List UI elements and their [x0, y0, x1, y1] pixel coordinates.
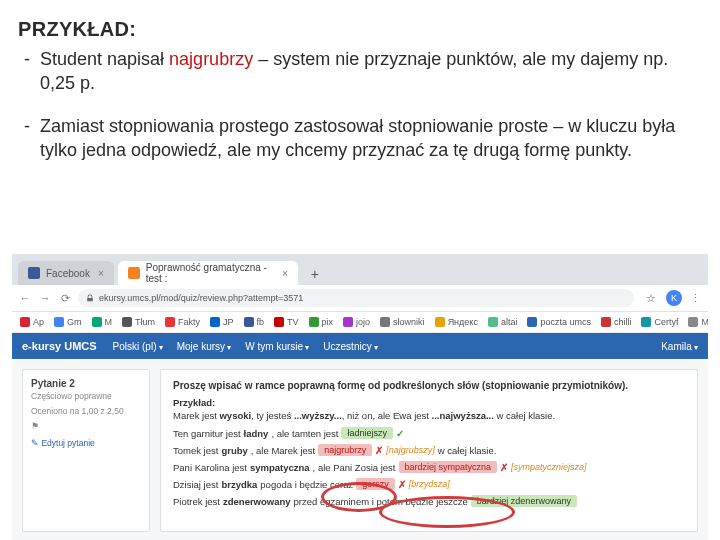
menu-icon[interactable]: ⋮ [688, 291, 702, 305]
bookmark-icon [244, 317, 254, 327]
lock-icon [86, 294, 94, 302]
bookmark-item[interactable]: altai [488, 317, 518, 328]
bookmark-icon [274, 317, 284, 327]
bookmark-icon [380, 317, 390, 327]
bookmark-item[interactable]: poczta umcs [527, 317, 591, 328]
correction-text: [brzydsza] [409, 479, 450, 489]
back-icon[interactable]: ← [18, 291, 32, 305]
cross-icon: ✗ [500, 462, 508, 473]
bookmark-item[interactable]: Tłum [122, 317, 155, 328]
example-bold: ...wyższy... [294, 410, 342, 421]
bookmark-icon [165, 317, 175, 327]
forward-icon[interactable]: → [38, 291, 52, 305]
line-text: Piotrek jest [173, 496, 220, 507]
nav-item[interactable]: W tym kursie [245, 341, 309, 352]
favicon [128, 267, 140, 279]
bookmark-star-icon[interactable]: ☆ [646, 292, 656, 305]
browser-tab[interactable]: Poprawność gramatyczna - test :× [118, 261, 298, 285]
bookmark-item[interactable]: słowniki [380, 317, 425, 328]
reload-icon[interactable]: ⟳ [58, 291, 72, 305]
bookmark-icon [601, 317, 611, 327]
bookmark-item[interactable]: Mitologia [688, 317, 708, 328]
cross-icon: ✗ [375, 445, 383, 456]
question-body: Proszę wpisać w ramce poprawną formę od … [160, 369, 698, 532]
edit-question-link[interactable]: Edytuj pytanie [31, 438, 95, 448]
nav-item[interactable]: Uczestnicy [323, 341, 378, 352]
check-icon: ✓ [396, 428, 404, 439]
example-text: , ty jesteś [251, 410, 294, 421]
site-brand[interactable]: e-kursy UMCS [22, 340, 97, 352]
bookmark-icon [641, 317, 651, 327]
example-label: Przykład: [173, 397, 685, 408]
example-text: , niż on, ale Ewa jest [342, 410, 432, 421]
answer-line: Pani Karolina jest sympatyczna, ale Pani… [173, 461, 685, 473]
tab-label: Facebook [46, 268, 90, 279]
answer-line: Ten garnitur jest ładny, ale tamten jest… [173, 427, 685, 439]
bookmark-item[interactable]: pix [309, 317, 334, 328]
example-text: Marek jest [173, 410, 219, 421]
bookmark-icon [122, 317, 132, 327]
bookmark-item[interactable]: M [92, 317, 113, 328]
browser-screenshot: Facebook×Poprawność gramatyczna - test :… [12, 254, 708, 540]
bookmark-item[interactable]: Certyf [641, 317, 678, 328]
nav-item[interactable]: Polski (pl) [113, 341, 163, 352]
highlight-word: najgrubrzy [169, 49, 253, 69]
tab-label: Poprawność gramatyczna - test : [146, 262, 274, 284]
bookmark-icon [488, 317, 498, 327]
browser-tab[interactable]: Facebook× [18, 261, 114, 285]
bookmark-icon [343, 317, 353, 327]
correction-text: [sympatyczniejsza] [511, 462, 587, 472]
bookmarks-bar: ApGmMTłumFaktyJPfbTVpixjojosłownikiЯндек… [12, 312, 708, 333]
bookmark-item[interactable]: Ap [20, 317, 44, 328]
bookmark-item[interactable]: chilli [601, 317, 632, 328]
user-menu[interactable]: Kamila [661, 341, 698, 352]
bookmark-item[interactable]: Яндекс [435, 317, 478, 328]
new-tab-button[interactable]: + [304, 263, 326, 285]
tab-strip: Facebook×Poprawność gramatyczna - test :… [12, 255, 708, 285]
close-icon[interactable]: × [282, 268, 288, 279]
url-text: ekursy.umcs.pl/mod/quiz/review.php?attem… [99, 293, 303, 303]
line-text: , ale Marek jest [251, 445, 315, 456]
answer-line: Dzisiaj jest brzydka pogoda i będzie cor… [173, 478, 685, 490]
example-bold: wysoki [219, 410, 251, 421]
address-bar: ← → ⟳ ekursy.umcs.pl/mod/quiz/review.php… [12, 285, 708, 312]
example-text: w całej klasie. [494, 410, 555, 421]
bookmark-item[interactable]: jojo [343, 317, 370, 328]
answer-line: Tomek jest gruby, ale Marek jestnajgrubr… [173, 444, 685, 456]
line-text: przed egzaminem i potem będzie jeszcze [294, 496, 468, 507]
bookmark-item[interactable]: TV [274, 317, 299, 328]
line-text: , ale tamten jest [271, 428, 338, 439]
line-text: pogoda i będzie coraz [260, 479, 353, 490]
line-text: w całej klasie. [438, 445, 497, 456]
adjective: sympatyczna [250, 462, 310, 473]
example-bold: ...najwyższa... [432, 410, 494, 421]
answer-box: ładniejszy [341, 427, 393, 439]
bookmark-icon [688, 317, 698, 327]
question-status: Częściowo poprawne [31, 391, 141, 402]
example-line: Marek jest wysoki, ty jesteś ...wyższy..… [173, 410, 685, 421]
moodle-navbar: e-kursy UMCS Polski (pl)Moje kursyW tym … [12, 333, 708, 359]
adjective: brzydka [221, 479, 257, 490]
line-text: Tomek jest [173, 445, 218, 456]
flag-icon[interactable]: ⚑ [31, 421, 141, 432]
bookmark-icon [20, 317, 30, 327]
bookmark-icon [435, 317, 445, 327]
url-input[interactable]: ekursy.umcs.pl/mod/quiz/review.php?attem… [78, 289, 634, 307]
line-text: Dzisiaj jest [173, 479, 218, 490]
close-icon[interactable]: × [98, 268, 104, 279]
bookmark-icon [309, 317, 319, 327]
profile-avatar[interactable]: K [666, 290, 682, 306]
bookmark-item[interactable]: fb [244, 317, 265, 328]
answer-box: gorszy [356, 478, 395, 490]
bookmark-item[interactable]: Fakty [165, 317, 200, 328]
nav-item[interactable]: Moje kursy [177, 341, 232, 352]
adjective: ładny [244, 428, 269, 439]
bookmark-item[interactable]: JP [210, 317, 234, 328]
favicon [28, 267, 40, 279]
answer-box: bardziej sympatyczna [399, 461, 498, 473]
correction-text: [najgrubszy] [386, 445, 435, 455]
bullet-item: Zamiast stopniowania prostego zastosował… [18, 112, 686, 165]
answer-line: Piotrek jest zdenerwowany przed egzamine… [173, 495, 685, 507]
bookmark-icon [54, 317, 64, 327]
bookmark-item[interactable]: Gm [54, 317, 82, 328]
